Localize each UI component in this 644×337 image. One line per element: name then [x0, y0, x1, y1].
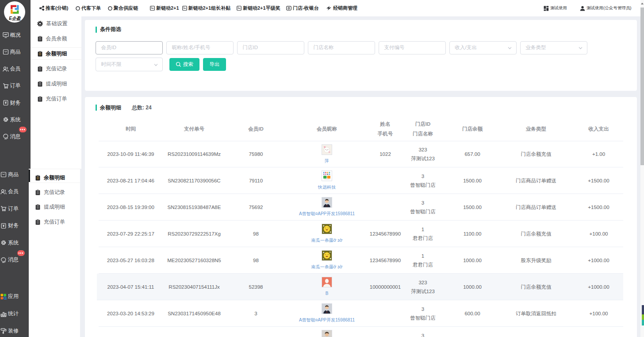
svg-text:E企盈: E企盈: [9, 16, 21, 21]
